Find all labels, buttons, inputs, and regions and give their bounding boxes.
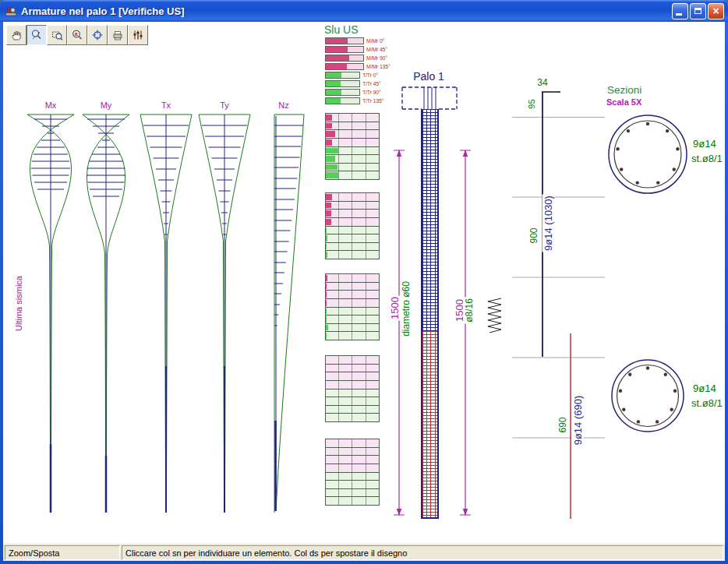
zoom-all-button[interactable]: a (67, 25, 87, 45)
ratio-row (326, 164, 379, 172)
ty-diagram (199, 115, 250, 513)
minimize-button[interactable] (672, 3, 688, 19)
ratio-row (326, 139, 379, 147)
ratio-grid-block (325, 192, 380, 259)
diagram-label-ty: Ty (215, 100, 234, 110)
pile-shaft-lower (421, 331, 439, 519)
hand-icon (10, 29, 23, 41)
status-hint: Cliccare col sn per individuare un eleme… (122, 545, 723, 560)
ratio-row (326, 448, 379, 456)
pan-button[interactable] (6, 25, 27, 45)
ratio-grid-block (325, 273, 380, 340)
magnifier-arrow-icon (30, 29, 43, 41)
ratio-row (326, 464, 379, 473)
pile-cap (402, 87, 457, 109)
ratio-row (326, 365, 379, 373)
section1-stirrups-label: st.ø8/1 (691, 153, 723, 164)
maximize-button[interactable] (690, 3, 706, 19)
ratio-row (326, 251, 379, 259)
section1-bars-label: 9ø14 (693, 138, 716, 150)
print-button[interactable] (108, 25, 128, 45)
ratio-row (326, 122, 379, 131)
stirrup-spacing-label: ø8/16 (464, 260, 475, 361)
printer-icon (111, 29, 124, 41)
pile-diameter-label: diametro ø60 (401, 259, 412, 360)
ratio-row (326, 234, 379, 243)
ratio-row (326, 193, 379, 202)
ratio-row (326, 114, 379, 122)
ratio-row (326, 481, 379, 489)
ratio-row (326, 406, 379, 414)
ratio-row (326, 308, 379, 316)
magnifier-rect-icon (51, 29, 63, 41)
legend-item: M/Mr 135° (325, 62, 391, 70)
section-2-drawing (612, 360, 684, 432)
diagram-label-tx: Tx (157, 100, 175, 110)
ratio-row (326, 315, 379, 324)
magnifier-a-icon: a (71, 29, 83, 41)
legend-item: T/Tr 45° (325, 79, 391, 87)
bar1-length-dim: 900 (528, 185, 540, 287)
close-button[interactable]: × (708, 3, 724, 19)
legend-item: T/Tr 0° (325, 71, 391, 79)
center-view-button[interactable] (87, 25, 108, 45)
ratio-row (326, 283, 379, 291)
nz-diagram (274, 115, 304, 513)
toolbar: a (6, 25, 148, 45)
app-icon (5, 5, 17, 17)
ratio-row (326, 497, 379, 505)
bar2-label: 9ø14 (690) (572, 370, 584, 471)
legend-item: M/Mr 0° (325, 37, 391, 44)
ratio-row (326, 291, 379, 299)
section2-stirrups-label: st.ø8/1 (691, 397, 723, 409)
ratio-row (326, 414, 379, 421)
pile-shaft-upper (421, 109, 439, 331)
pile-title: Palo 1 (405, 70, 452, 83)
drawing-canvas[interactable]: a Mx My Tx Ty Nz (3, 22, 725, 544)
display-options-button[interactable] (128, 25, 148, 45)
ratio-row (326, 202, 379, 210)
zoom-dynamic-button[interactable] (27, 25, 47, 45)
diagram-label-nz: Nz (274, 100, 293, 110)
legend-title: Slu US (324, 23, 359, 36)
ratio-row (326, 274, 379, 283)
section-1-drawing (609, 115, 687, 193)
legend-rows: M/Mr 0°M/Mr 45°M/Mr 90°M/Mr 135°T/Tr 0°T… (325, 37, 391, 105)
ratio-row (326, 372, 379, 381)
legend-item: T/Tr 90° (325, 88, 391, 96)
ratio-row (326, 381, 379, 390)
mx-diagram (27, 115, 74, 513)
ratio-row (326, 299, 379, 308)
sliders-icon (132, 29, 144, 41)
status-mode: Zoom/Sposta (5, 545, 120, 560)
app-window: Armature nel palo 1 [Verifiche US] × (0, 0, 728, 564)
sections-title: Sezioni (607, 84, 641, 96)
status-bar: Zoom/Sposta Cliccare col sn per individu… (3, 544, 725, 561)
zoom-window-button[interactable] (47, 25, 67, 45)
maximize-icon (694, 8, 701, 14)
ratio-row (326, 456, 379, 464)
ratio-row (326, 332, 379, 340)
bar2-length-dim: 690 (557, 375, 569, 476)
ratio-grid-block (325, 355, 380, 422)
bar1-label: 9ø14 (1030) (542, 173, 554, 274)
ratio-row (326, 243, 379, 252)
diagram-label-my: My (97, 100, 115, 110)
ratio-row (326, 397, 379, 406)
diagram-label-mx: Mx (41, 100, 60, 110)
ratio-row (326, 356, 379, 365)
soil-spring-icon (488, 298, 501, 333)
ratio-row (326, 324, 379, 333)
minimize-icon (676, 13, 682, 16)
ratio-row (326, 155, 379, 164)
window-body: a Mx My Tx Ty Nz (3, 22, 725, 561)
ratio-row (326, 390, 379, 398)
section2-bars-label: 9ø14 (693, 382, 716, 394)
title-bar[interactable]: Armature nel palo 1 [Verifiche US] × (0, 0, 728, 22)
ratio-grid-block (325, 113, 380, 180)
legend-item: M/Mr 90° (325, 54, 391, 62)
pile-length-left-dim: 1500 (389, 258, 401, 359)
ratio-row (326, 489, 379, 498)
svg-text:a: a (75, 31, 78, 37)
ratio-row (326, 171, 379, 179)
